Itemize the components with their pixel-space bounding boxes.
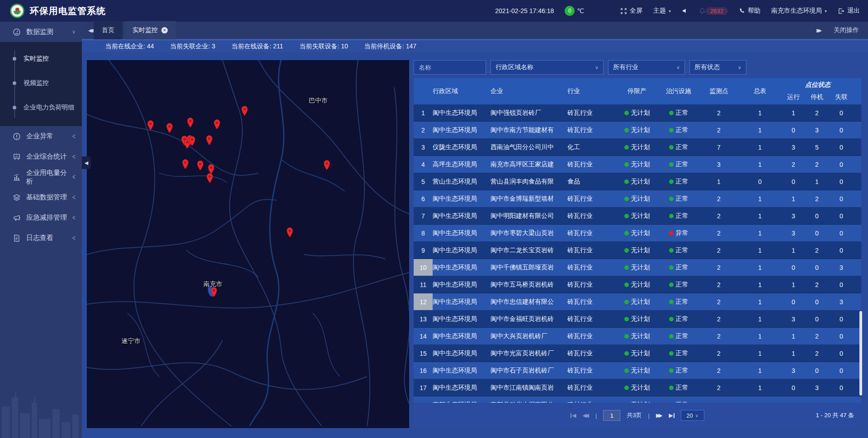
theme-menu[interactable]: 主题▾ <box>653 7 671 15</box>
status-dot <box>669 317 674 321</box>
table-row[interactable]: 18南部生态环境局南部县科华水泥有限公建材行业无计划正常52050 <box>414 396 861 403</box>
table-row[interactable]: 8阆中生态环境局阆中市枣碧大梁山页岩砖瓦行业无计划异常21300 <box>414 225 861 242</box>
row-stop-count: 2 <box>805 242 829 259</box>
row-run-count: 0 <box>782 122 805 138</box>
table-row[interactable]: 11阆中生态环境局阆中市五马桥页岩机砖砖瓦行业无计划正常21120 <box>414 276 861 293</box>
row-region: 阆中生态环境局 <box>433 311 491 327</box>
table-row[interactable]: 2阆中生态环境局阆中市南方节能建材有砖瓦行业无计划正常21030 <box>414 122 861 139</box>
status-dot <box>669 300 674 304</box>
col-monitor: 监测点 <box>699 78 738 104</box>
scrollbar-thumb[interactable] <box>859 311 862 396</box>
row-monitor-count: 7 <box>699 139 738 155</box>
row-monitor-count: 2 <box>699 345 738 362</box>
row-stop-count: 5 <box>805 139 829 155</box>
row-region: 阆中生态环境局 <box>433 259 491 276</box>
row-monitor-count: 2 <box>699 242 738 259</box>
sidebar-item-4[interactable]: 基础数据管理< <box>0 187 82 207</box>
sidebar-submenu: 实时监控视频监控企业电力负荷明细 <box>0 42 82 126</box>
next-page-button[interactable]: ▶▶ <box>656 412 662 419</box>
temperature-unit: ℃ <box>577 7 584 14</box>
status-dot <box>624 317 629 321</box>
page-size-select[interactable]: 20∨ <box>681 410 704 421</box>
row-monitor-count: 2 <box>699 190 738 207</box>
table-row[interactable]: 10阆中生态环境局阆中千佛镇五郎垭页岩砖瓦行业无计划正常21003 <box>414 259 861 276</box>
map-panel[interactable]: 巴中市南充市遂宁市 <box>87 60 409 428</box>
map-pin-icon[interactable] <box>323 160 331 170</box>
sidebar-item-2[interactable]: 企业综合统计< <box>0 146 82 167</box>
map-pin-icon[interactable] <box>181 159 189 170</box>
chevron-left-icon: < <box>72 234 75 242</box>
table-row[interactable]: 14阆中生态环境局阆中大兴页岩机砖厂砖瓦行业无计划正常21120 <box>414 328 861 345</box>
table-row[interactable]: 16阆中生态环境局阆中市石子页岩机砖厂砖瓦行业无计划正常21300 <box>414 362 861 379</box>
table-row[interactable]: 9阆中生态环境局阆中市二龙长宝页岩砖砖瓦行业无计划正常21120 <box>414 242 861 259</box>
close-operations-button[interactable]: 关闭操作 <box>834 26 859 34</box>
map-pin-icon[interactable] <box>241 105 249 116</box>
fullscreen-button[interactable]: 全屏 <box>620 7 642 15</box>
sidebar-subitem[interactable]: 实时监控 <box>0 47 82 71</box>
map-pin-icon[interactable] <box>186 117 194 128</box>
prev-page-button[interactable]: ◀◀ <box>583 412 589 419</box>
table-row[interactable]: 4高坪生态环境局南充市高坪区王家店建砖瓦行业无计划正常31220 <box>414 156 861 173</box>
notifications-button[interactable]: 2632 <box>699 7 728 15</box>
first-page-button[interactable]: ◀ <box>571 412 576 419</box>
row-meter-count: 2 <box>738 396 782 403</box>
sidebar-item-6[interactable]: 日志查看< <box>0 228 82 248</box>
table-row[interactable]: 13阆中生态环境局阆中市金福旺页岩机砖砖瓦行业无计划正常21300 <box>414 311 861 328</box>
org-menu[interactable]: 南充市生态环境局▾ <box>771 7 827 15</box>
tabs-scroll-right-icon[interactable]: ▶▶ <box>816 28 822 33</box>
name-search-input[interactable] <box>414 60 486 75</box>
last-page-button[interactable]: ▶ <box>669 412 674 419</box>
sidebar-subitem[interactable]: 视频监控 <box>0 71 82 95</box>
map-pin-icon[interactable] <box>205 135 213 146</box>
row-index: 1 <box>414 104 433 121</box>
sidebar-item-label: 企业异常 <box>26 132 72 141</box>
tab-首页[interactable]: 首页 <box>94 21 123 39</box>
sidebar-subitem-label: 企业电力负荷明细 <box>24 104 74 112</box>
row-run-count: 1 <box>782 328 805 344</box>
table-row[interactable]: 1阆中生态环境局阆中强锐页岩砖厂砖瓦行业无计划正常21120 <box>414 104 861 122</box>
row-region: 阆中生态环境局 <box>433 122 491 138</box>
tab-close-icon[interactable]: ✕ <box>161 27 168 33</box>
sidebar-item-1[interactable]: 企业异常< <box>0 126 82 146</box>
table-row[interactable]: 7阆中生态环境局阆中明阳建材有限公司砖瓦行业无计划正常21300 <box>414 207 861 225</box>
help-button[interactable]: 帮助 <box>739 7 760 15</box>
sidebar-subitem[interactable]: 企业电力负荷明细 <box>0 95 82 120</box>
speaker-icon[interactable] <box>682 8 688 14</box>
row-facility-status: 正常 <box>658 396 699 403</box>
notification-count-badge: 2632 <box>706 7 728 15</box>
logout-button[interactable]: 退出 <box>838 7 860 15</box>
row-index: 18 <box>414 396 433 403</box>
table-row[interactable]: 15阆中生态环境局阆中市光富页岩机砖厂砖瓦行业无计划正常21120 <box>414 345 861 362</box>
table-row[interactable]: 17阆中生态环境局阆中市江南镇阆南页岩砖瓦行业无计划正常21030 <box>414 379 861 396</box>
sidebar-section: 企业用电量分析< <box>0 167 82 187</box>
stat-item: 当前失联设备:10 <box>299 42 348 51</box>
row-region: 阆中生态环境局 <box>433 104 491 121</box>
row-limit-status: 无计划 <box>616 225 658 241</box>
sidebar-item-3[interactable]: 企业用电量分析< <box>0 167 82 187</box>
tabs-scroll-left-icon[interactable]: ◀◀ <box>88 28 94 33</box>
page-number-input[interactable] <box>603 410 620 421</box>
tab-实时监控[interactable]: 实时监控✕ <box>124 21 176 39</box>
row-lost-count: 0 <box>829 379 854 396</box>
map-pin-icon[interactable] <box>165 122 174 133</box>
table-row[interactable]: 6阆中生态环境局阆中市金博瑞新型墙材砖瓦行业无计划正常21120 <box>414 190 861 207</box>
map-pin-icon[interactable] <box>188 136 196 146</box>
row-meter-count: 0 <box>738 173 782 190</box>
table-row[interactable]: 3仪陇生态环境局西南油气田分公司川中化工无计划正常71350 <box>414 139 861 156</box>
map-pin-icon[interactable] <box>146 120 155 131</box>
status-select[interactable]: 所有状态∨ <box>689 60 746 75</box>
map-pin-icon[interactable] <box>213 119 221 130</box>
table-row[interactable]: 12阆中生态环境局阆中市忠信建材有限公砖瓦行业无计划正常21003 <box>414 293 861 311</box>
sidebar-item-5[interactable]: 应急减排管理< <box>0 207 82 228</box>
sidebar-item-0[interactable]: 数据监测∨ <box>0 22 82 42</box>
map-pin-icon[interactable] <box>286 227 294 238</box>
region-select[interactable]: 行政区域名称∨ <box>491 60 604 75</box>
map-pin-icon[interactable] <box>196 160 204 171</box>
stat-label: 当前停机设备: <box>364 42 404 50</box>
row-region: 营山生态环境局 <box>433 173 491 190</box>
row-stop-count: 2 <box>805 276 829 293</box>
table-row[interactable]: 5营山生态环境局营山县润丰肉食品有限食品无计划正常10010 <box>414 173 861 190</box>
map-pin-icon[interactable] <box>206 173 214 184</box>
industry-select[interactable]: 所有行业∨ <box>608 60 685 75</box>
sidebar-collapse-button[interactable]: ◀ <box>82 156 91 169</box>
